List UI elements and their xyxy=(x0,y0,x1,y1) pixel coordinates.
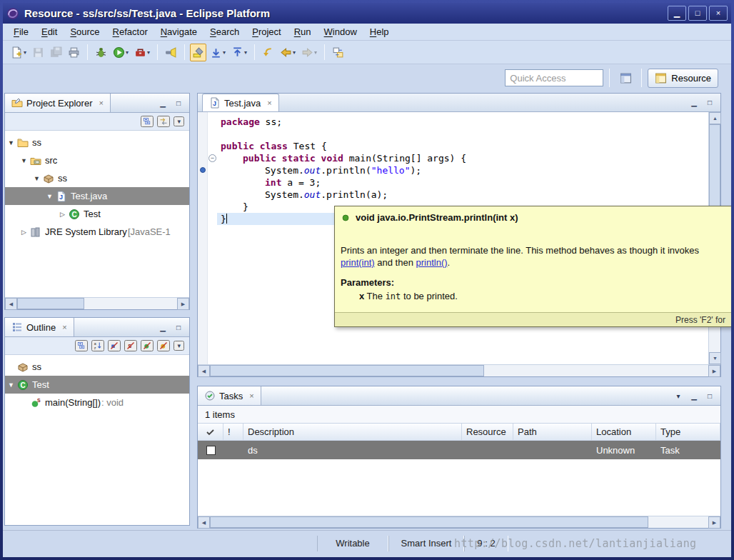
menu-file[interactable]: File xyxy=(7,24,35,39)
project-item-test-java[interactable]: ▼JTest.java xyxy=(5,187,189,205)
scroll-right-button[interactable]: ▶ xyxy=(708,365,720,377)
menu-run[interactable]: Run xyxy=(288,24,318,39)
hide-non-public-members-button[interactable] xyxy=(141,340,154,351)
outline-item-ss[interactable]: ss xyxy=(5,358,189,376)
editor-tab-test-java[interactable]: J Test.java × xyxy=(202,94,279,111)
task-completed-checkbox[interactable] xyxy=(206,446,216,455)
external-tools-button[interactable]: ▾ xyxy=(132,44,152,61)
scrollbar-thumb[interactable] xyxy=(17,298,84,309)
project-item-test[interactable]: ▷CTest xyxy=(5,205,189,223)
back-button[interactable]: ▾ xyxy=(278,44,298,61)
scrollbar-thumb[interactable] xyxy=(210,516,648,528)
expanded-arrow-icon[interactable]: ▼ xyxy=(44,193,56,200)
minimize-view-button[interactable]: ▁ xyxy=(156,96,170,109)
menu-edit[interactable]: Edit xyxy=(35,24,64,39)
tasks-column-resource[interactable]: Resource xyxy=(462,424,513,440)
scroll-left-button[interactable]: ◀ xyxy=(198,516,210,529)
collapsed-arrow-icon[interactable]: ▷ xyxy=(56,211,69,218)
menu-navigate[interactable]: Navigate xyxy=(154,24,203,39)
scroll-left-button[interactable]: ◀ xyxy=(198,365,210,377)
tasks-column--[interactable]: ! xyxy=(223,424,243,440)
expanded-arrow-icon[interactable]: ▼ xyxy=(31,175,43,182)
expanded-arrow-icon[interactable]: ▼ xyxy=(5,139,17,146)
dropdown-arrow-icon[interactable]: ▾ xyxy=(244,49,247,56)
last-edit-location-button[interactable] xyxy=(260,44,276,61)
view-menu-button[interactable]: ▾ xyxy=(174,116,184,126)
dropdown-arrow-icon[interactable]: ▾ xyxy=(314,49,317,56)
code-line-7[interactable]: System.out.println(a); xyxy=(217,189,708,201)
print-button[interactable] xyxy=(66,44,82,61)
dropdown-arrow-icon[interactable]: ▾ xyxy=(24,49,26,56)
close-view-icon[interactable]: × xyxy=(99,99,103,107)
collapsed-arrow-icon[interactable]: ▷ xyxy=(18,229,30,236)
outline-item-main-string[interactable]: Smain(String[]) : void xyxy=(5,394,189,411)
dropdown-arrow-icon[interactable]: ▾ xyxy=(293,49,296,56)
project-item-jre-system-library[interactable]: ▷JRE System Library [JavaSE-1 xyxy=(5,223,189,241)
link-with-editor-button[interactable] xyxy=(330,44,346,61)
scroll-left-button[interactable]: ◀ xyxy=(5,298,17,310)
maximize-button[interactable]: □ xyxy=(688,6,707,21)
quick-access-input[interactable] xyxy=(505,69,603,86)
menu-search[interactable]: Search xyxy=(203,24,246,39)
project-explorer-hscrollbar[interactable]: ◀ ▶ xyxy=(5,297,189,309)
view-menu-button[interactable]: ▾ xyxy=(671,389,685,402)
project-item-src[interactable]: ▼src xyxy=(5,151,189,169)
close-button[interactable]: × xyxy=(709,6,728,21)
minimize-view-button[interactable]: ▁ xyxy=(156,321,170,334)
toggle-mark-occurrences-button[interactable] xyxy=(190,44,206,61)
scroll-right-button[interactable]: ▶ xyxy=(177,298,189,310)
hide-fields-button[interactable] xyxy=(108,340,121,351)
minimize-button[interactable]: ▁ xyxy=(668,6,686,21)
close-view-icon[interactable]: × xyxy=(62,323,66,331)
menu-project[interactable]: Project xyxy=(246,24,287,39)
hide-static-members-button[interactable]: S xyxy=(124,340,137,351)
outline-tab[interactable]: Outline × xyxy=(5,318,74,336)
println-link[interactable]: println() xyxy=(416,257,448,268)
tasks-tab[interactable]: Tasks × xyxy=(198,386,261,405)
new-wizard-button[interactable]: ▾ xyxy=(9,44,29,61)
collapse-all-button[interactable] xyxy=(141,116,154,127)
outline-item-test[interactable]: ▼CTest xyxy=(5,376,189,394)
code-line-2[interactable] xyxy=(217,128,708,140)
maximize-view-button[interactable]: □ xyxy=(703,96,717,109)
save-all-button[interactable] xyxy=(48,44,64,61)
project-explorer-tab[interactable]: Project Explorer × xyxy=(5,94,111,112)
code-line-1[interactable]: package ss; xyxy=(217,116,708,128)
scrollbar-thumb[interactable] xyxy=(210,365,484,376)
previous-annotation-button[interactable]: ▾ xyxy=(229,44,249,61)
close-view-icon[interactable]: × xyxy=(249,391,253,400)
tasks-column-path[interactable]: Path xyxy=(513,424,592,440)
folding-ruler[interactable]: − xyxy=(208,112,217,364)
dropdown-arrow-icon[interactable]: ▾ xyxy=(147,49,150,56)
run-button[interactable]: ▾ xyxy=(111,44,131,61)
maximize-view-button[interactable]: □ xyxy=(171,321,186,334)
tasks-column-location[interactable]: Location xyxy=(592,424,656,440)
search-button[interactable] xyxy=(163,44,179,61)
titlebar[interactable]: Resource - ss/src/ss/Test.java - Eclipse… xyxy=(3,3,731,24)
sort-button[interactable]: az xyxy=(91,340,104,351)
minimize-view-button[interactable]: ▁ xyxy=(687,389,701,402)
view-menu-button[interactable]: ▾ xyxy=(174,341,184,351)
scroll-up-button[interactable]: ▲ xyxy=(709,112,721,124)
resource-perspective-button[interactable]: Resource xyxy=(648,69,718,88)
code-line-3[interactable]: public class Test { xyxy=(217,140,708,152)
maximize-view-button[interactable]: □ xyxy=(171,96,186,109)
code-line-6[interactable]: int a = 3; xyxy=(217,176,708,189)
code-line-5[interactable]: System.out.println("hello"); xyxy=(217,164,708,176)
tasks-hscrollbar[interactable]: ◀ ▶ xyxy=(198,516,720,528)
link-with-editor-button[interactable] xyxy=(157,116,170,127)
minimize-view-button[interactable]: ▁ xyxy=(687,96,701,109)
collapse-all-button[interactable] xyxy=(75,340,88,351)
annotation-ruler[interactable] xyxy=(198,112,208,364)
expanded-arrow-icon[interactable]: ▼ xyxy=(18,157,30,164)
tasks-column-type[interactable]: Type xyxy=(656,424,720,440)
scroll-right-button[interactable]: ▶ xyxy=(708,516,720,529)
hide-local-types-button[interactable] xyxy=(157,340,170,351)
close-editor-icon[interactable]: × xyxy=(267,99,271,107)
menu-source[interactable]: Source xyxy=(64,24,106,39)
print-int-link[interactable]: print(int) xyxy=(341,257,375,268)
dropdown-arrow-icon[interactable]: ▾ xyxy=(223,49,226,56)
task-checkbox-cell[interactable] xyxy=(198,446,223,455)
scroll-down-button[interactable]: ▼ xyxy=(709,352,721,364)
dropdown-arrow-icon[interactable]: ▾ xyxy=(126,49,129,56)
